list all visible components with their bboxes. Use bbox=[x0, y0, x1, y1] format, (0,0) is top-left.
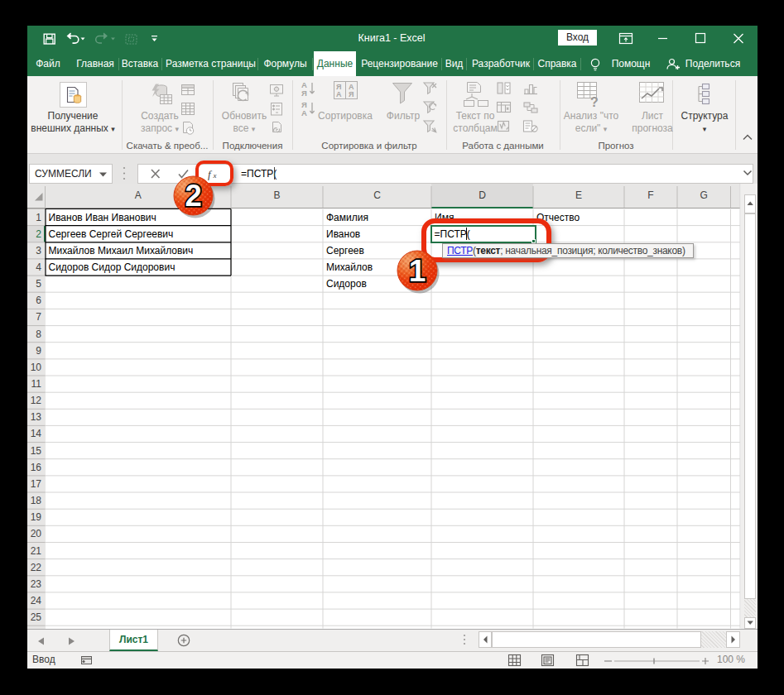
svg-text:Я: Я bbox=[349, 90, 354, 98]
svg-text:А: А bbox=[301, 108, 307, 117]
svg-text:А: А bbox=[336, 90, 342, 98]
svg-text:Я: Я bbox=[301, 89, 307, 98]
svg-text:2: 2 bbox=[185, 179, 202, 213]
svg-text:?: ? bbox=[590, 95, 599, 109]
svg-text:1: 1 bbox=[408, 253, 426, 288]
